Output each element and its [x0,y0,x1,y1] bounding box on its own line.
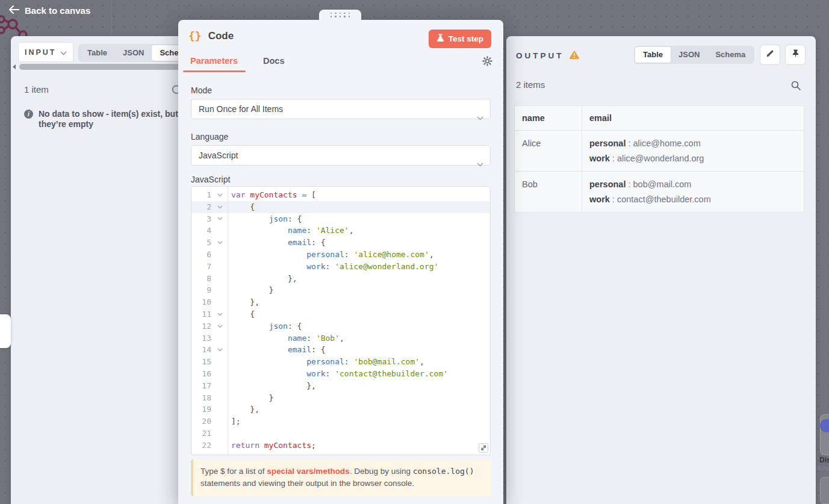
code-line-18[interactable]: 18 } [191,392,490,404]
input-tab-json[interactable]: JSON [115,45,152,61]
code-text: } [228,284,273,296]
back-arrow-icon [8,5,19,16]
edit-output-button[interactable] [760,45,780,65]
canvas-node-icon [820,419,829,432]
pencil-icon [765,49,775,61]
code-line-11[interactable]: 11 { [191,308,490,320]
code-line-14[interactable]: 14 email: { [191,344,490,356]
line-number: 1 [191,189,211,201]
code-text: return myContacts; [228,440,316,452]
fold-spacer [211,261,228,273]
code-line-15[interactable]: 15 personal: 'bob@mail.com', [191,356,490,368]
output-tab-schema[interactable]: Schema [707,47,753,63]
fold-spacer [211,415,228,428]
fold-chevron-icon[interactable] [211,308,228,320]
code-line-17[interactable]: 17 }, [191,380,490,392]
pin-output-button[interactable] [785,45,806,65]
canvas-node-sublabel: dLega [817,465,829,471]
line-number: 7 [191,261,211,273]
output-panel: OUTPUT TableJSONSchema [506,36,816,504]
code-line-8[interactable]: 8 }, [191,273,490,285]
chevron-down-icon [60,47,67,58]
fold-spacer [211,225,228,237]
fold-chevron-icon[interactable] [211,213,228,225]
code-line-1[interactable]: 1var myContacts = [ [191,189,490,201]
code-node-icon: {} [188,30,202,42]
line-number: 6 [191,249,211,261]
code-line-19[interactable]: 19 }, [191,403,490,415]
search-icon[interactable] [790,80,801,93]
input-tab-table[interactable]: Table [79,45,115,61]
code-text: work: 'contact@thebuilder.com' [228,368,448,380]
language-select[interactable]: JavaScript [191,145,491,166]
cell-name: Bob [515,172,582,213]
special-vars-link[interactable]: special vars/methods [267,467,349,476]
gutter-divider [228,187,228,455]
code-line-22[interactable]: 22return myContacts; [191,440,490,452]
console-log-code: console.log() [413,467,474,476]
fold-chevron-icon[interactable] [211,237,228,249]
code-editor[interactable]: 1var myContacts = [2 {3 json: {4 name: '… [191,186,491,455]
canvas-node-card-2[interactable] [820,477,829,504]
fold-chevron-icon[interactable] [211,189,228,201]
cell-email: personal : bob@mail.comwork : contact@th… [582,172,804,213]
code-line-4[interactable]: 4 name: 'Alice', [191,225,490,237]
code-text: personal: 'bob@mail.com', [228,356,424,368]
scroll-left-arrow-icon[interactable] [13,64,16,69]
gear-icon[interactable] [482,56,492,69]
code-line-21[interactable]: 21 [191,428,490,440]
code-text: } [228,392,273,404]
fold-chevron-icon[interactable] [211,344,228,356]
code-line-16[interactable]: 16 work: 'contact@thebuilder.com' [191,368,490,380]
fold-chevron-icon[interactable] [211,201,228,213]
code-line-20[interactable]: 20]; [191,415,490,428]
table-row: Alicepersonal : alice@home.comwork : ali… [515,131,804,172]
code-line-7[interactable]: 7 work: 'alice@wonderland.org' [191,261,490,273]
panel-resize-grip[interactable] [0,314,11,348]
mode-select[interactable]: Run Once for All Items [191,99,491,119]
code-text: }, [228,403,259,415]
tab-parameters[interactable]: Parameters [190,56,238,66]
code-line-10[interactable]: 10 }, [191,296,490,308]
modal-title: Code [208,30,234,42]
modal-drag-handle[interactable] [319,10,361,20]
language-label: Language [191,132,228,142]
back-to-canvas-label: Back to canvas [25,5,90,16]
code-line-3[interactable]: 3 json: { [191,213,490,225]
code-text: name: 'Bob', [228,332,344,344]
code-line-13[interactable]: 13 name: 'Bob', [191,332,490,344]
tab-docs[interactable]: Docs [263,56,284,66]
output-tab-json[interactable]: JSON [671,47,707,63]
line-number: 2 [191,201,211,213]
code-line-6[interactable]: 6 personal: 'alice@home.com', [191,249,490,261]
line-number: 4 [191,225,211,237]
back-to-canvas-button[interactable]: Back to canvas [8,5,90,16]
editor-resize-handle[interactable] [479,443,488,453]
line-number: 20 [191,415,211,428]
code-text: json: { [228,320,302,332]
line-number: 19 [191,403,211,415]
code-line-9[interactable]: 9 } [191,284,490,296]
info-icon: i [24,110,33,119]
code-line-2[interactable]: 2 { [191,201,490,213]
code-line-12[interactable]: 12 json: { [191,320,490,332]
warning-icon[interactable] [569,49,580,62]
input-items-count: 1 item [24,84,49,95]
input-source-dropdown[interactable]: INPUT [18,42,73,62]
output-tab-table[interactable]: Table [635,47,671,63]
fold-spacer [211,284,228,296]
fold-chevron-icon[interactable] [211,320,228,332]
code-text: }, [228,380,316,392]
code-text: }, [228,273,297,285]
modal-tabs: ParametersDocs [190,56,284,66]
code-line-5[interactable]: 5 email: { [191,237,490,249]
line-number: 16 [191,368,211,380]
line-number: 15 [191,356,211,368]
fold-spacer [211,392,228,404]
active-tab-underline [183,70,246,72]
code-text: }, [228,296,259,308]
email-entry: personal : bob@mail.com [589,179,796,189]
test-step-button[interactable]: Test step [429,30,491,48]
code-text: name: 'Alice', [228,225,354,237]
fold-spacer [211,368,228,380]
